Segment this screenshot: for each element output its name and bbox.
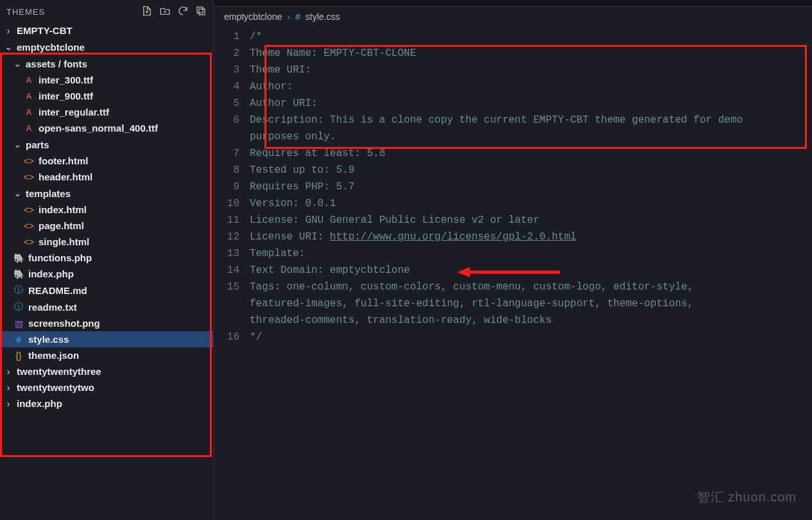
chevron-icon: ›	[4, 25, 13, 36]
file-tree-item[interactable]: ⓘREADME.md	[0, 282, 213, 299]
file-tree-item[interactable]: ⌄templates	[0, 185, 213, 202]
file-label: assets / fonts	[26, 58, 87, 69]
file-tree-item[interactable]: ▧screenshot.png	[0, 315, 213, 331]
code-line[interactable]: Version: 0.0.1	[250, 195, 812, 212]
file-type-icon: A	[23, 91, 35, 101]
file-type-icon: 🐘	[13, 253, 24, 263]
file-label: EMPTY-CBT	[17, 25, 73, 36]
code-line[interactable]: Author URI:	[250, 95, 812, 112]
svg-rect-0	[197, 7, 203, 13]
collapse-icon[interactable]	[195, 5, 207, 19]
file-tree-item[interactable]: ›EMPTY-CBT	[0, 22, 213, 39]
code-line[interactable]: Requires at least: 5.8	[250, 145, 812, 162]
file-type-icon: ▧	[13, 318, 24, 329]
code-line[interactable]: /*	[250, 28, 812, 45]
file-tree-item[interactable]: Ainter_300.ttf	[0, 72, 213, 88]
explorer-title: THEMES	[6, 7, 45, 17]
code-line[interactable]: Author:	[250, 78, 812, 95]
file-tree-item[interactable]: ⌄emptycbtclone	[0, 39, 213, 55]
file-type-icon: ⓘ	[13, 284, 24, 296]
file-type-icon: <>	[23, 237, 35, 247]
file-label: index.php	[28, 268, 74, 279]
chevron-icon: ›	[4, 398, 13, 409]
file-tree: ›EMPTY-CBT⌄emptycbtclone⌄assets / fontsA…	[0, 22, 213, 412]
file-tree-item[interactable]: <>header.html	[0, 169, 213, 185]
editor-area: emptycbtclone › # style.css 123456·78910…	[214, 0, 812, 520]
file-type-icon: A	[23, 123, 35, 133]
code-line[interactable]: License: GNU General Public License v2 o…	[250, 212, 812, 229]
code-line[interactable]: Description: This is a clone copy the cu…	[250, 112, 812, 128]
file-tree-item[interactable]: 🐘index.php	[0, 266, 213, 282]
chevron-icon: ›	[4, 366, 13, 377]
code-line[interactable]: License URI: http://www.gnu.org/licenses…	[250, 229, 812, 245]
file-type-icon: <>	[23, 205, 35, 215]
file-tree-item[interactable]: #style.css	[0, 331, 213, 347]
code-line[interactable]: Tested up to: 5.9	[250, 162, 812, 178]
watermark: 智汇 zhuon.com	[697, 489, 797, 506]
file-type-icon: A	[23, 107, 35, 117]
file-tree-item[interactable]: ›index.php	[0, 395, 213, 412]
file-tree-item[interactable]: Ainter_900.ttf	[0, 88, 213, 104]
file-tree-item[interactable]: ⓘreadme.txt	[0, 299, 213, 315]
new-file-icon[interactable]	[141, 5, 153, 19]
file-tree-item[interactable]: <>footer.html	[0, 153, 213, 169]
file-tree-item[interactable]: Ainter_regular.ttf	[0, 104, 213, 120]
code-line[interactable]: purposes only.	[250, 128, 812, 145]
file-label: readme.txt	[28, 302, 77, 313]
file-tree-item[interactable]: <>single.html	[0, 234, 213, 250]
file-label: templates	[26, 188, 71, 199]
file-label: style.css	[28, 334, 69, 345]
code-line[interactable]: threaded-comments, translation-ready, wi…	[250, 312, 812, 329]
file-tree-item[interactable]: 🐘functions.php	[0, 250, 213, 266]
file-label: footer.html	[39, 155, 89, 166]
breadcrumb[interactable]: emptycbtclone › # style.css	[214, 6, 812, 27]
file-label: screenshot.png	[28, 318, 100, 329]
breadcrumb-root[interactable]: emptycbtclone	[224, 12, 282, 22]
file-type-icon: ⓘ	[13, 301, 24, 313]
file-tree-item[interactable]: Aopen-sans_normal_400.ttf	[0, 120, 213, 136]
code-line[interactable]: Tags: one-column, custom-colors, custom-…	[250, 279, 812, 295]
chevron-icon: ⌄	[13, 187, 22, 199]
link[interactable]: http://www.gnu.org/licenses/gpl-2.0.html	[330, 231, 576, 243]
chevron-icon: ⌄	[13, 58, 22, 69]
file-label: page.html	[39, 220, 84, 231]
code-line[interactable]: Theme Name: EMPTY-CBT-CLONE	[250, 45, 812, 62]
file-label: inter_regular.ttf	[39, 107, 109, 117]
file-label: functions.php	[28, 252, 92, 263]
new-folder-icon[interactable]	[159, 5, 171, 19]
code-editor[interactable]: 123456·789101112131415··16 /*Theme Name:…	[214, 27, 812, 520]
refresh-icon[interactable]	[177, 5, 189, 19]
code-line[interactable]: Template:	[250, 245, 812, 262]
file-label: header.html	[39, 171, 92, 182]
code-line[interactable]: featured-images, full-site-editing, rtl-…	[250, 295, 812, 312]
file-type-icon: {}	[13, 351, 24, 361]
code-line[interactable]: Theme URI:	[250, 62, 812, 78]
file-tree-item[interactable]: <>page.html	[0, 218, 213, 234]
code-line[interactable]: */	[250, 329, 812, 345]
breadcrumb-file[interactable]: style.css	[306, 12, 340, 22]
file-tree-item[interactable]: ›twentytwentythree	[0, 363, 213, 379]
tab-bar[interactable]	[214, 0, 812, 6]
file-type-icon: 🐘	[13, 269, 24, 279]
file-type-icon: #	[13, 334, 24, 345]
file-label: inter_300.ttf	[39, 74, 93, 85]
file-label: theme.json	[28, 350, 79, 361]
code-line[interactable]: Text Domain: emptycbtclone	[250, 262, 812, 279]
chevron-icon: ›	[4, 382, 13, 393]
file-type-icon: A	[23, 75, 35, 85]
file-label: open-sans_normal_400.ttf	[39, 123, 158, 134]
breadcrumb-sep: ›	[287, 12, 290, 22]
file-explorer-sidebar: THEMES ›EMPTY-CBT⌄emptycbtclone⌄assets /…	[0, 0, 214, 520]
file-tree-item[interactable]: <>index.html	[0, 202, 213, 218]
file-tree-item[interactable]: ⌄assets / fonts	[0, 55, 213, 72]
code-line[interactable]: Requires PHP: 5.7	[250, 178, 812, 195]
file-label: index.php	[17, 398, 62, 409]
file-type-icon: <>	[23, 172, 35, 182]
css-icon: #	[295, 12, 300, 22]
file-tree-item[interactable]: ⌄parts	[0, 136, 213, 153]
code-content[interactable]: /*Theme Name: EMPTY-CBT-CLONETheme URI:A…	[250, 28, 812, 520]
chevron-icon: ⌄	[4, 41, 13, 53]
file-tree-item[interactable]: {}theme.json	[0, 347, 213, 363]
file-tree-item[interactable]: ›twentytwentytwo	[0, 379, 213, 395]
explorer-header: THEMES	[0, 0, 213, 22]
